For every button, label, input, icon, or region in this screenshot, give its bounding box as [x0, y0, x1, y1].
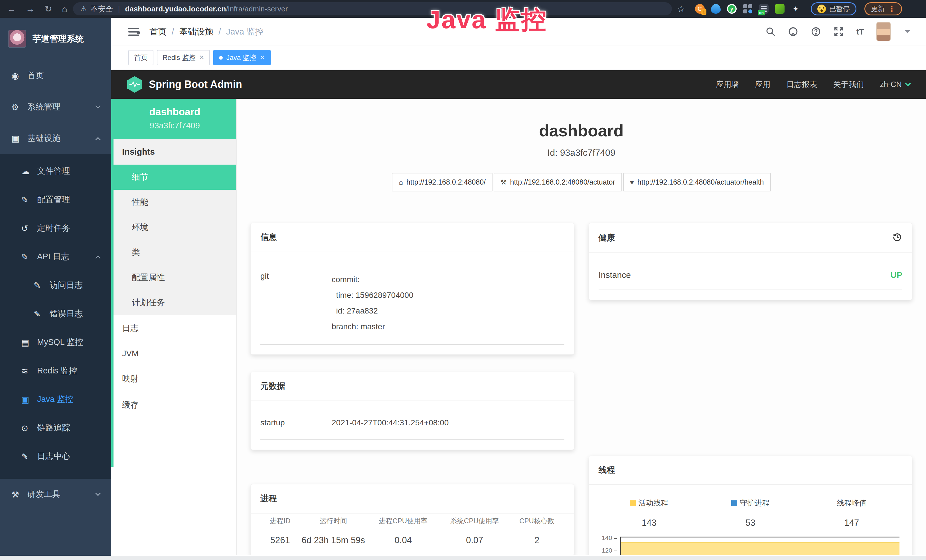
browser-home-button[interactable]: ⌂	[62, 4, 67, 14]
sidebar-item-access-logs[interactable]: ✎ 访问日志	[0, 271, 111, 300]
app-sidebar: 芋道管理系统 ◉ 首页 ⚙ 系统管理 ▣ 基础设施 ☁ 文件管理 ✎ 配置管理	[0, 18, 111, 556]
font-size-icon[interactable]: tT	[856, 27, 864, 36]
sba-body: dashboard 93a3fc7f7409 Insights 细节 性能 环境…	[111, 99, 926, 555]
sba-nav-applications[interactable]: 应用	[755, 79, 770, 89]
cpu-cores: 2	[510, 535, 564, 545]
sba-menu-details[interactable]: 细节	[113, 165, 236, 190]
extensions-row: C1 y on ✦	[695, 4, 800, 14]
sidebar-item-log-center[interactable]: ✎ 日志中心	[0, 442, 111, 471]
chevron-up-icon	[95, 137, 100, 142]
extension-c-icon[interactable]: C1	[695, 4, 705, 14]
instance-name: dashboard	[117, 106, 233, 118]
collapse-sidebar-icon[interactable]	[128, 28, 139, 36]
tab-redis-monitor[interactable]: Redis 监控 ✕	[157, 50, 210, 65]
sidebar-item-redis-monitor[interactable]: ≋ Redis 监控	[0, 357, 111, 385]
window-bottom-strip	[0, 556, 926, 560]
tab-java-monitor[interactable]: Java 监控 ✕	[213, 50, 271, 65]
sba-menu-jvm[interactable]: JVM	[113, 342, 236, 366]
breadcrumb-infrastructure[interactable]: 基础设施	[179, 26, 213, 38]
sidebar-item-tracing[interactable]: ⊙ 链路追踪	[0, 414, 111, 442]
sba-section-insights: Insights	[113, 139, 236, 165]
sidebar-item-error-logs[interactable]: ✎ 错误日志	[0, 300, 111, 328]
browser-back-button[interactable]: ←	[7, 4, 16, 14]
sba-menu-mappings[interactable]: 映射	[113, 366, 236, 392]
extension-y-icon[interactable]: y	[727, 4, 737, 14]
sidebar-item-config-mgmt[interactable]: ✎ 配置管理	[0, 185, 111, 214]
wrench-icon: ⚒	[501, 178, 507, 186]
actuator-url-button[interactable]: ⚒ http://192.168.0.2:48080/actuator	[494, 173, 622, 191]
close-icon[interactable]: ✕	[260, 54, 265, 61]
java-monitor-icon: ▣	[21, 395, 37, 404]
browser-reload-button[interactable]: ↻	[44, 4, 52, 14]
paused-profile-badge[interactable]: 已暂停	[811, 2, 856, 15]
sba-menu-config-props[interactable]: 配置属性	[113, 265, 236, 290]
metadata-card-title: 元数据	[251, 372, 574, 401]
sba-menu-metrics[interactable]: 性能	[113, 190, 236, 215]
extension-tabs-icon[interactable]: on	[759, 4, 769, 14]
active-tab-dot	[219, 56, 223, 60]
sidebar-item-mysql-monitor[interactable]: ▤ MySQL 监控	[0, 328, 111, 357]
github-icon[interactable]	[788, 27, 798, 37]
browser-update-button[interactable]: 更新 ⋮	[864, 2, 902, 15]
browser-menu-icon[interactable]: ⋮	[888, 5, 896, 14]
fullscreen-icon[interactable]	[834, 27, 844, 37]
extension-leaf-icon[interactable]	[775, 4, 785, 14]
breadcrumb-home[interactable]: 首页	[150, 26, 166, 38]
search-icon[interactable]	[766, 27, 775, 36]
sidebar-item-java-monitor[interactable]: ▣ Java 监控	[0, 385, 111, 414]
bookmark-star-icon[interactable]: ☆	[677, 3, 685, 14]
sidebar-item-system-mgmt[interactable]: ⚙ 系统管理	[0, 91, 111, 123]
sba-brand-title: Spring Boot Admin	[149, 79, 242, 91]
database-icon: ▤	[21, 338, 37, 348]
extension-grid-icon[interactable]	[743, 4, 753, 14]
sba-locale-select[interactable]: zh-CN	[880, 80, 910, 89]
sba-sidebar: dashboard 93a3fc7f7409 Insights 细节 性能 环境…	[111, 99, 237, 555]
access-log-icon: ✎	[34, 280, 50, 291]
error-log-icon: ✎	[34, 309, 50, 319]
page-url: dashboard.yudao.iocoder.cn/infra/admin-s…	[125, 5, 288, 14]
sba-menu-caches[interactable]: 缓存	[113, 392, 236, 418]
history-icon[interactable]	[892, 232, 902, 244]
app-logo-avatar	[8, 30, 26, 48]
info-git-row: git commit: time: 1596289704000 id: 27aa…	[260, 263, 564, 345]
app-logo-row[interactable]: 芋道管理系统	[0, 18, 111, 60]
log-icon: ✎	[21, 252, 37, 262]
sidebar-item-infrastructure[interactable]: ▣ 基础设施	[0, 123, 111, 154]
avatar-caret-icon[interactable]	[905, 30, 910, 33]
service-url-button[interactable]: ⌂ http://192.168.0.2:48080/	[392, 173, 493, 191]
status-badge: UP	[890, 270, 902, 280]
extensions-puzzle-icon[interactable]: ✦	[791, 4, 800, 14]
health-url-button[interactable]: ♥ http://192.168.0.2:48080/actuator/heal…	[623, 173, 771, 191]
topbar-icons: tT	[766, 22, 910, 41]
sba-nav-wallboard[interactable]: 应用墙	[716, 79, 739, 89]
browser-forward-button[interactable]: →	[26, 4, 35, 14]
cloud-upload-icon: ☁	[21, 166, 37, 176]
health-instance-label: Instance	[599, 270, 631, 280]
sidebar-item-file-mgmt[interactable]: ☁ 文件管理	[0, 157, 111, 185]
sidebar-item-home[interactable]: ◉ 首页	[0, 60, 111, 91]
tab-home[interactable]: 首页	[128, 50, 153, 65]
sba-menu-classes[interactable]: 类	[113, 240, 236, 265]
sba-nav-about[interactable]: 关于我们	[833, 79, 864, 89]
sba-menu-environment[interactable]: 环境	[113, 215, 236, 240]
sba-nav-journal[interactable]: 日志报表	[786, 79, 817, 89]
close-icon[interactable]: ✕	[199, 54, 204, 61]
threads-chart-plot	[620, 537, 900, 555]
sba-instance-header[interactable]: dashboard 93a3fc7f7409	[113, 99, 236, 139]
system-cpu: 0.07	[440, 535, 510, 545]
instance-links: ⌂ http://192.168.0.2:48080/ ⚒ http://192…	[237, 173, 926, 191]
sidebar-item-scheduled-tasks[interactable]: ↺ 定时任务	[0, 214, 111, 242]
cards-grid: 信息 git commit: time: 1596289704000 id: 2…	[237, 191, 926, 555]
sba-menu-scheduled-tasks[interactable]: 计划任务	[113, 290, 236, 315]
not-secure-label: 不安全	[91, 4, 113, 14]
extension-pin-icon[interactable]	[711, 4, 721, 14]
address-bar[interactable]: ⚠ 不安全 | dashboard.yudao.iocoder.cn/infra…	[73, 2, 672, 15]
help-icon[interactable]	[811, 27, 821, 37]
info-git-value: commit: time: 1596289704000 id: 27aa832b…	[332, 272, 413, 334]
sidebar-item-api-logs[interactable]: ✎ API 日志	[0, 242, 111, 271]
sidebar-item-dev-tools[interactable]: ⚒ 研发工具	[0, 479, 111, 510]
process-uptime: 6d 23h 15m 59s	[300, 535, 367, 545]
sba-menu-logs[interactable]: 日志	[113, 315, 236, 342]
browser-nav: ← → ↻ ⌂	[4, 4, 70, 14]
user-avatar[interactable]	[876, 22, 891, 41]
